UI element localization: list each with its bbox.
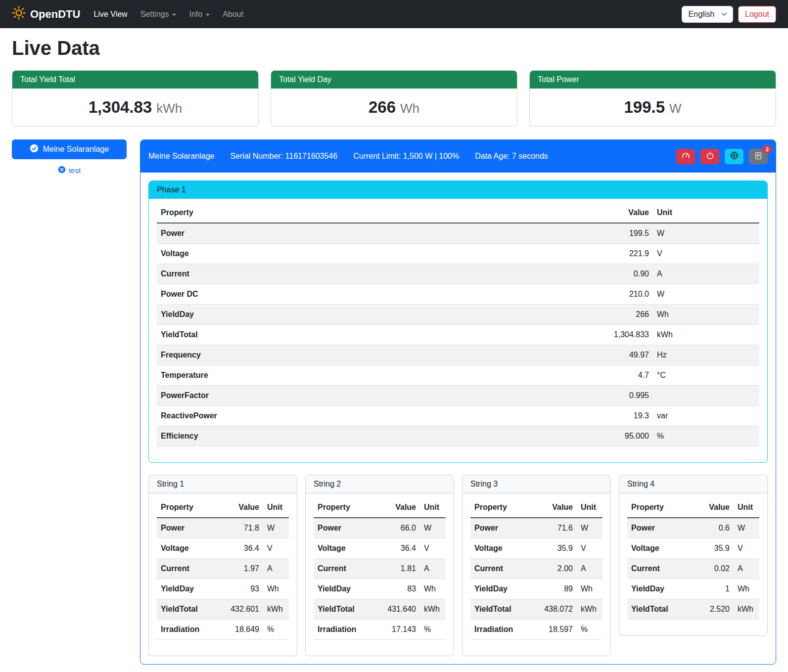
event-log-button[interactable]: 2: [749, 149, 768, 164]
val-cell: 71.6: [534, 518, 577, 538]
current-limit: Current Limit: 1,500 W | 100%: [353, 152, 459, 161]
table-row: Power71.8W: [157, 518, 289, 538]
nav-settings[interactable]: Settings: [134, 6, 183, 23]
nav-about[interactable]: About: [216, 6, 250, 23]
summary-card-title: Total Yield Total: [12, 71, 258, 89]
nav-info[interactable]: Info: [183, 6, 216, 23]
unit-cell: Hz: [653, 345, 759, 365]
val-cell: 2.520: [691, 599, 734, 620]
val-cell: 0.995: [574, 386, 653, 406]
summary-card-title: Total Power: [530, 71, 776, 89]
val-cell: 83: [377, 579, 420, 599]
table-row: Frequency49.97Hz: [157, 345, 759, 365]
language-select-value: English: [689, 10, 714, 19]
prop-cell: YieldDay: [157, 305, 574, 325]
unit-cell: var: [653, 406, 759, 426]
table-row: Current1.97A: [157, 559, 289, 579]
prop-cell: Frequency: [157, 345, 574, 365]
val-cell: 19.3: [574, 406, 653, 426]
unit-cell: %: [653, 426, 759, 447]
prop-cell: Irradiation: [314, 620, 377, 640]
sidebar-item-meine-solaranlage[interactable]: Meine Solaranlage: [12, 139, 127, 159]
gauge-icon: [682, 151, 690, 161]
language-select[interactable]: English: [682, 6, 733, 23]
string-card-body: Property Value Unit Power71.8WVoltage36.…: [149, 493, 297, 656]
inverter-panel-header: Meine Solaranlage Serial Number: 1161716…: [140, 140, 776, 173]
brand-label: OpenDTU: [30, 8, 80, 21]
phase-table: Property Value Unit Power199.5WVoltage22…: [157, 203, 759, 447]
column-header-property: Property: [157, 203, 574, 223]
string-card-body: Property Value Unit Power66.0WVoltage36.…: [306, 493, 454, 656]
summary-card-body: 1,304.83kWh: [12, 89, 258, 126]
sidebar-item-test[interactable]: test: [58, 166, 81, 175]
prop-cell: Power: [314, 518, 377, 538]
summary-unit: Wh: [400, 101, 419, 116]
column-header-unit: Unit: [653, 203, 759, 223]
column-header-value: Value: [221, 497, 263, 518]
summary-value: 199.5: [624, 98, 665, 116]
unit-cell: W: [420, 518, 446, 538]
nav-about-label: About: [223, 10, 243, 19]
page-title: Live Data: [12, 37, 776, 59]
table-header-row: Property Value Unit: [470, 497, 603, 518]
table-row: Voltage36.4V: [157, 538, 289, 559]
val-cell: 221.9: [574, 244, 653, 264]
limit-settings-button[interactable]: [676, 149, 695, 164]
table-row: Voltage221.9V: [157, 244, 759, 264]
unit-cell: Wh: [734, 579, 759, 599]
prop-cell: Irradiation: [157, 620, 221, 640]
string-table: Property Value Unit Power66.0WVoltage36.…: [314, 497, 446, 640]
val-cell: 66.0: [377, 518, 420, 538]
table-row: Irradiation18.597%: [470, 620, 603, 640]
phase-card: Phase 1 Property Value Unit Power199.5WV…: [148, 180, 768, 463]
column-header-value: Value: [691, 497, 734, 518]
val-cell: 36.4: [221, 538, 263, 559]
table-row: YieldDay93Wh: [157, 579, 289, 599]
unit-cell: kWh: [653, 325, 759, 345]
table-row: Power DC210.0W: [157, 284, 759, 305]
x-circle-icon: [58, 166, 66, 175]
val-cell: 1.81: [377, 559, 420, 579]
table-row: YieldDay266Wh: [157, 305, 759, 325]
string-card-4: String 4 Property Value Unit: [619, 475, 768, 636]
summary-unit: kWh: [156, 101, 182, 116]
table-row: YieldDay1Wh: [627, 579, 759, 599]
unit-cell: kWh: [263, 599, 289, 620]
table-row: YieldTotal438.072kWh: [470, 599, 603, 620]
prop-cell: Power: [157, 223, 574, 244]
prop-cell: YieldTotal: [157, 325, 574, 345]
table-header-row: Property Value Unit: [627, 497, 759, 518]
unit-cell: kWh: [420, 599, 446, 620]
column-header-property: Property: [627, 497, 691, 518]
table-header-row: Property Value Unit: [157, 497, 289, 518]
nav-live-view[interactable]: Live View: [87, 6, 134, 23]
strings-row: String 1 Property Value Unit: [148, 475, 768, 656]
table-row: Temperature4.7°C: [157, 365, 759, 386]
column-header-unit: Unit: [734, 497, 759, 518]
column-header-property: Property: [157, 497, 221, 518]
prop-cell: YieldDay: [157, 579, 221, 599]
navbar-right: English Logout: [682, 6, 776, 23]
val-cell: 4.7: [574, 365, 653, 386]
summary-card-body: 199.5W: [530, 89, 776, 126]
table-row: Power0.6W: [627, 518, 759, 538]
string-card-1: String 1 Property Value Unit: [148, 475, 297, 656]
column-header-unit: Unit: [420, 497, 446, 518]
logout-button[interactable]: Logout: [738, 6, 776, 23]
table-row: Current0.02A: [627, 559, 759, 579]
brand[interactable]: OpenDTU: [12, 6, 80, 23]
device-info-button[interactable]: [725, 149, 743, 164]
power-toggle-button[interactable]: [700, 149, 719, 164]
unit-cell: W: [263, 518, 289, 538]
val-cell: 1: [691, 579, 734, 599]
phase-card-title: Phase 1: [149, 181, 767, 199]
content-row: Meine Solaranlage test Meine Solaranlage…: [12, 139, 776, 665]
summary-card-body: 266Wh: [271, 89, 517, 126]
prop-cell: Power: [627, 518, 691, 538]
power-icon: [706, 151, 714, 161]
unit-cell: Wh: [420, 579, 446, 599]
table-row: Current0.90A: [157, 264, 759, 284]
table-row: YieldDay83Wh: [314, 579, 446, 599]
val-cell: 1.97: [221, 559, 263, 579]
column-header-unit: Unit: [577, 497, 603, 518]
